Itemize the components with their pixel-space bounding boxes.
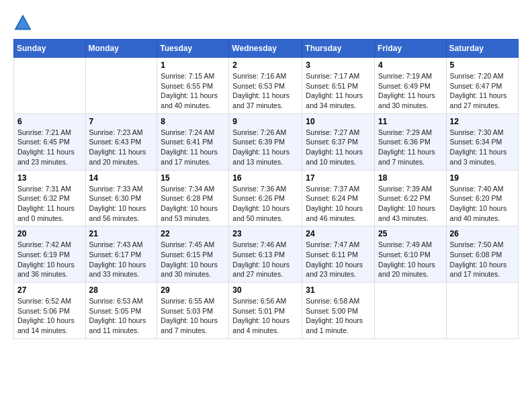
weekday-header-thursday: Thursday [302,40,375,58]
cell-content: Sunrise: 6:56 AM [232,296,298,306]
logo [13,13,35,32]
calendar-cell: 3Sunrise: 7:17 AMSunset: 6:51 PMDaylight… [302,58,375,114]
cell-content: Sunset: 6:10 PM [378,250,443,260]
cell-content: Daylight: 10 hours and 43 minutes. [378,203,443,223]
day-number: 21 [89,229,154,238]
calendar-week-5: 27Sunrise: 6:52 AMSunset: 5:06 PMDayligh… [14,283,519,339]
day-number: 3 [306,60,371,70]
cell-content: Sunrise: 7:26 AM [232,128,298,138]
cell-content: Sunset: 6:17 PM [89,250,154,260]
weekday-header-saturday: Saturday [446,40,518,58]
cell-content: Daylight: 10 hours and 23 minutes. [306,260,371,279]
calendar-cell: 30Sunrise: 6:56 AMSunset: 5:01 PMDayligh… [229,283,302,339]
calendar-cell: 31Sunrise: 6:58 AMSunset: 5:00 PMDayligh… [302,283,375,339]
cell-content: Sunset: 6:51 PM [306,81,371,91]
cell-content: Daylight: 11 hours and 40 minutes. [161,91,225,110]
calendar-cell: 11Sunrise: 7:29 AMSunset: 6:36 PMDayligh… [375,113,447,170]
cell-content: Daylight: 10 hours and 50 minutes. [232,203,298,223]
calendar-cell: 4Sunrise: 7:19 AMSunset: 6:49 PMDaylight… [375,58,447,114]
cell-content: Sunset: 6:37 PM [306,137,371,147]
day-number: 23 [232,229,298,238]
calendar-table: SundayMondayTuesdayWednesdayThursdayFrid… [13,39,519,339]
cell-content: Daylight: 11 hours and 0 minutes. [17,203,82,223]
day-number: 26 [450,229,515,238]
day-number: 25 [378,229,443,238]
cell-content: Daylight: 11 hours and 17 minutes. [161,147,225,167]
cell-content: Sunrise: 7:37 AM [306,184,371,194]
calendar-cell: 24Sunrise: 7:47 AMSunset: 6:11 PMDayligh… [302,226,375,283]
calendar-week-1: 1Sunrise: 7:15 AMSunset: 6:55 PMDaylight… [14,58,519,114]
cell-content: Sunrise: 7:42 AM [17,240,82,250]
day-number: 31 [306,285,371,295]
cell-content: Sunset: 6:39 PM [232,137,298,147]
cell-content: Daylight: 10 hours and 20 minutes. [378,260,443,279]
cell-content: Sunset: 5:06 PM [17,306,82,316]
cell-content: Sunset: 6:53 PM [232,81,298,91]
weekday-header-wednesday: Wednesday [229,40,302,58]
cell-content: Sunset: 6:22 PM [378,193,443,203]
calendar-cell: 15Sunrise: 7:34 AMSunset: 6:28 PMDayligh… [157,170,229,226]
day-number: 29 [161,285,225,295]
day-number: 10 [306,117,371,126]
cell-content: Daylight: 11 hours and 10 minutes. [306,147,371,167]
cell-content: Sunset: 6:13 PM [232,250,298,260]
cell-content: Sunrise: 7:34 AM [161,184,225,194]
calendar-cell: 2Sunrise: 7:16 AMSunset: 6:53 PMDaylight… [229,58,302,114]
calendar-cell: 19Sunrise: 7:40 AMSunset: 6:20 PMDayligh… [446,170,518,226]
cell-content: Daylight: 10 hours and 4 minutes. [232,316,298,335]
cell-content: Sunset: 6:49 PM [378,81,443,91]
weekday-header-sunday: Sunday [14,40,86,58]
cell-content: Sunrise: 6:52 AM [17,296,82,306]
calendar-cell [446,283,518,339]
cell-content: Sunrise: 7:27 AM [306,128,371,138]
calendar-cell: 10Sunrise: 7:27 AMSunset: 6:37 PMDayligh… [302,113,375,170]
cell-content: Daylight: 11 hours and 3 minutes. [450,147,515,167]
calendar-cell: 16Sunrise: 7:36 AMSunset: 6:26 PMDayligh… [229,170,302,226]
calendar-cell [14,58,86,114]
cell-content: Daylight: 10 hours and 27 minutes. [232,260,298,279]
cell-content: Sunrise: 6:55 AM [161,296,225,306]
calendar-body: 1Sunrise: 7:15 AMSunset: 6:55 PMDaylight… [14,58,519,339]
cell-content: Sunrise: 7:15 AM [161,71,225,81]
calendar-cell: 13Sunrise: 7:31 AMSunset: 6:32 PMDayligh… [14,170,86,226]
calendar-cell: 6Sunrise: 7:21 AMSunset: 6:45 PMDaylight… [14,113,86,170]
day-number: 7 [89,117,154,126]
cell-content: Daylight: 11 hours and 34 minutes. [306,91,371,110]
cell-content: Daylight: 10 hours and 7 minutes. [161,316,225,335]
calendar-cell: 23Sunrise: 7:46 AMSunset: 6:13 PMDayligh… [229,226,302,283]
cell-content: Daylight: 10 hours and 46 minutes. [306,203,371,223]
cell-content: Sunrise: 7:40 AM [450,184,515,194]
cell-content: Sunrise: 7:17 AM [306,71,371,81]
day-number: 4 [378,60,443,70]
calendar-cell [85,58,157,114]
cell-content: Sunrise: 7:21 AM [17,128,82,138]
cell-content: Daylight: 11 hours and 37 minutes. [232,91,298,110]
cell-content: Sunset: 5:01 PM [232,306,298,316]
cell-content: Daylight: 10 hours and 56 minutes. [89,203,154,223]
day-number: 19 [450,173,515,183]
calendar-week-2: 6Sunrise: 7:21 AMSunset: 6:45 PMDaylight… [14,113,519,170]
cell-content: Sunset: 6:43 PM [89,137,154,147]
cell-content: Sunrise: 6:58 AM [306,296,371,306]
cell-content: Sunset: 6:47 PM [450,81,515,91]
day-number: 9 [232,117,298,126]
cell-content: Sunset: 6:34 PM [450,137,515,147]
calendar-cell: 29Sunrise: 6:55 AMSunset: 5:03 PMDayligh… [157,283,229,339]
day-number: 2 [232,60,298,70]
day-number: 27 [17,285,82,295]
cell-content: Sunrise: 7:47 AM [306,240,371,250]
day-number: 22 [161,229,225,238]
calendar-cell: 17Sunrise: 7:37 AMSunset: 6:24 PMDayligh… [302,170,375,226]
calendar-cell: 5Sunrise: 7:20 AMSunset: 6:47 PMDaylight… [446,58,518,114]
cell-content: Sunrise: 7:49 AM [378,240,443,250]
cell-content: Daylight: 11 hours and 13 minutes. [232,147,298,167]
cell-content: Sunset: 6:36 PM [378,137,443,147]
day-number: 13 [17,173,82,183]
cell-content: Sunset: 6:28 PM [161,193,225,203]
calendar-cell: 21Sunrise: 7:43 AMSunset: 6:17 PMDayligh… [85,226,157,283]
cell-content: Daylight: 10 hours and 40 minutes. [450,203,515,223]
cell-content: Daylight: 10 hours and 17 minutes. [450,260,515,279]
cell-content: Sunset: 6:26 PM [232,193,298,203]
calendar-cell: 28Sunrise: 6:53 AMSunset: 5:05 PMDayligh… [85,283,157,339]
cell-content: Sunset: 6:11 PM [306,250,371,260]
